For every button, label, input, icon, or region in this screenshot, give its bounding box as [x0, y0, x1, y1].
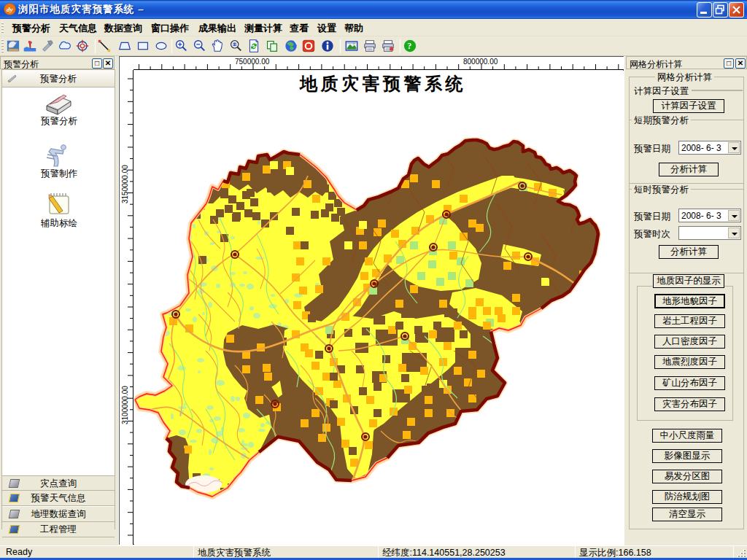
svg-text:dy: dy — [7, 6, 14, 13]
svg-text:?: ? — [407, 41, 411, 51]
